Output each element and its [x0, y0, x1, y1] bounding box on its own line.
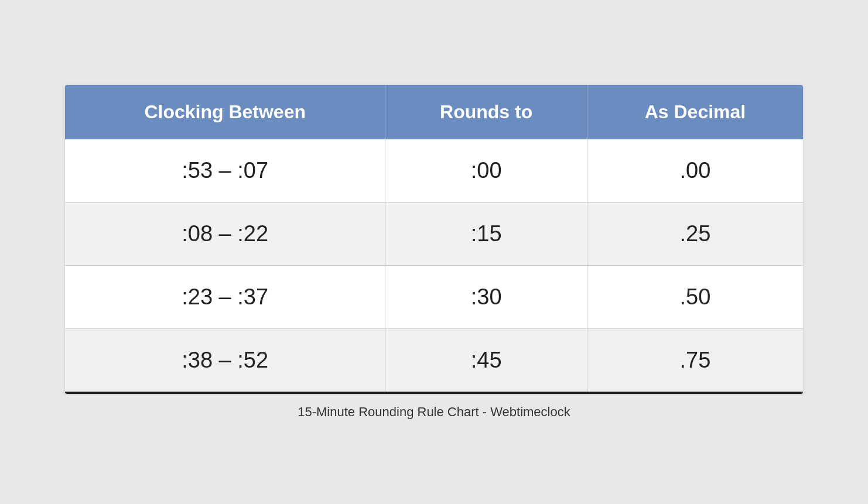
cell-as-decimal: .75 [587, 328, 803, 392]
table-row: :08 – :22:15.25 [65, 202, 803, 265]
cell-rounds-to: :00 [385, 139, 587, 203]
cell-as-decimal: .50 [587, 265, 803, 328]
cell-as-decimal: .00 [587, 139, 803, 203]
cell-rounds-to: :45 [385, 328, 587, 392]
table-row: :23 – :37:30.50 [65, 265, 803, 328]
cell-clocking-between: :08 – :22 [65, 202, 385, 265]
cell-as-decimal: .25 [587, 202, 803, 265]
table-row: :53 – :07:00.00 [65, 139, 803, 203]
cell-clocking-between: :38 – :52 [65, 328, 385, 392]
cell-rounds-to: :30 [385, 265, 587, 328]
header-rounds-to: Rounds to [385, 85, 587, 139]
table-header-row: Clocking Between Rounds to As Decimal [65, 85, 803, 139]
table-row: :38 – :52:45.75 [65, 328, 803, 392]
table-caption: 15-Minute Rounding Rule Chart - Webtimec… [298, 404, 570, 420]
header-clocking-between: Clocking Between [65, 85, 385, 139]
cell-rounds-to: :15 [385, 202, 587, 265]
header-as-decimal: As Decimal [587, 85, 803, 139]
rounding-rule-table: Clocking Between Rounds to As Decimal :5… [65, 85, 803, 394]
cell-clocking-between: :53 – :07 [65, 139, 385, 203]
cell-clocking-between: :23 – :37 [65, 265, 385, 328]
